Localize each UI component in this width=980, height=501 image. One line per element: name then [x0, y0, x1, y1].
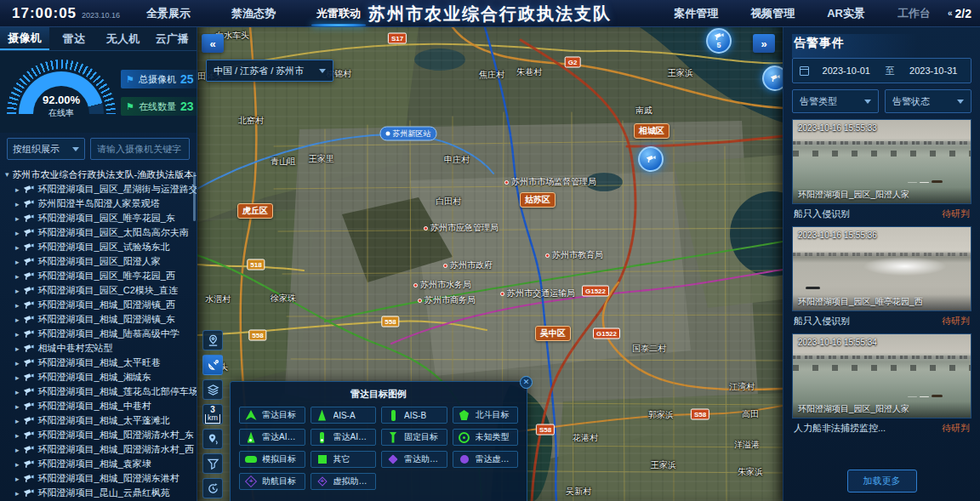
- camera-icon: [23, 286, 35, 295]
- legend-item[interactable]: 雷达虚拟助航...: [453, 451, 519, 468]
- collapse-right-panel-button[interactable]: »: [753, 34, 775, 53]
- tree-root-node[interactable]: 苏州市农业综合行政执法支队-渔政执法版本-1.0: [5, 167, 197, 182]
- camera-tree-item[interactable]: 环阳澄湖项目_相城_莲花岛北部停车场: [5, 384, 197, 399]
- radar-linkage-button[interactable]: [202, 355, 223, 375]
- camera-tree-item[interactable]: 环阳澄湖项目_园区_太阳岛高尔夫南: [5, 225, 197, 240]
- camera-icon: [23, 474, 35, 483]
- road-number-badge: G2: [565, 57, 581, 68]
- map-place-label: 王家浜: [668, 67, 693, 79]
- header-nav-item[interactable]: 工作台: [896, 1, 932, 26]
- tree-scrollbar[interactable]: [193, 172, 196, 221]
- camera-tree-item[interactable]: 环阳澄湖项目_相城_太平蓬滩北: [5, 413, 197, 428]
- camera-tree-item[interactable]: 环阳澄湖项目_园区_阳澄人家: [5, 254, 197, 269]
- camera-icon: [23, 329, 35, 339]
- page-switcher[interactable]: « 2/2: [948, 7, 971, 20]
- close-icon[interactable]: ✕: [520, 376, 533, 389]
- legend-item[interactable]: 北斗目标: [453, 407, 519, 424]
- camera-tree-item[interactable]: 环阳澄湖项目_相城_袁家埭: [5, 457, 197, 471]
- legend-item[interactable]: AIS-A: [311, 407, 377, 424]
- alarm-snapshot[interactable]: 2023-10-16 15:55:33 环阳澄湖项目_园区_阳澄人家: [792, 119, 971, 204]
- scale-unit: km: [205, 414, 220, 424]
- camera-tree-item[interactable]: 环阳澄湖项目_相城_中巷村: [5, 399, 197, 413]
- alarm-snapshot[interactable]: 2023-10-16 15:55:34 环阳澄湖项目_园区_阳澄人家: [792, 333, 971, 418]
- header-nav-item[interactable]: 案件管理: [672, 1, 720, 26]
- device-tabs: 摄像机 雷达 无人机 云广播: [0, 27, 197, 51]
- camera-tree-item[interactable]: 苏州阳澄半岛阳澄人家景观塔: [5, 196, 197, 211]
- map-poi-label: 苏州市政府: [443, 259, 493, 271]
- device-tab[interactable]: 无人机: [99, 27, 148, 50]
- alarm-filter-select[interactable]: 告警类型: [792, 89, 879, 113]
- camera-tree-item[interactable]: 环阳澄湖项目_昆山_云鼎红枫苑: [5, 486, 197, 500]
- legend-item[interactable]: 雷达助航目标: [381, 451, 447, 468]
- camera-cluster-marker[interactable]: 5: [706, 28, 732, 54]
- map-viewport[interactable]: 白水车头 田钵头 横锦村 焦庄村 朱巷村 王家浜 南戚 北窑村 青山咀: [197, 27, 783, 501]
- device-tab[interactable]: 雷达: [49, 27, 99, 50]
- alarm-card[interactable]: 2023-10-16 15:55:36 环阳澄湖项目_园区_唯亭花园_西 船只入…: [792, 226, 971, 327]
- camera-tree-item[interactable]: 环阳澄湖项目_相城_阳澄湖清水村_东: [5, 428, 197, 442]
- camera-tree-item[interactable]: 环阳澄湖项目_相城_陆慕高级中学: [5, 327, 197, 341]
- header-nav-item[interactable]: 全景展示: [145, 1, 192, 26]
- header-nav-item[interactable]: 禁渔态势: [230, 1, 277, 26]
- camera-search-input[interactable]: [90, 138, 190, 160]
- map-place-label: 申庄村: [444, 154, 470, 166]
- alarm-timestamp: 2023-10-16 15:55:33: [798, 123, 877, 133]
- camera-tree-item[interactable]: 环阳澄湖项目_园区_星湖街与运澄路交界口: [5, 182, 197, 196]
- legend-item[interactable]: 虚拟助航目标: [311, 473, 377, 490]
- camera-tree-item[interactable]: 环阳澄湖项目_园区_试验场东北: [5, 240, 197, 254]
- poi-dot-icon: [443, 264, 447, 268]
- camera-icon: [23, 445, 35, 454]
- camera-cluster-marker[interactable]: [638, 146, 664, 172]
- camera-cluster-marker[interactable]: [762, 65, 783, 91]
- load-more-button[interactable]: 加载更多: [847, 470, 917, 492]
- map-place-label: 水洇村: [205, 293, 231, 305]
- map-place-label: 花港村: [573, 432, 598, 444]
- camera-icon: [770, 74, 781, 83]
- alarm-card[interactable]: 2023-10-16 15:55:33 环阳澄湖项目_园区_阳澄人家 船只入侵识…: [792, 119, 971, 220]
- device-tab[interactable]: 摄像机: [0, 27, 49, 50]
- camera-tree-item[interactable]: 环阳澄湖项目_园区_唯亭花园_西: [5, 269, 197, 283]
- camera-tree-item[interactable]: 环阳澄湖项目_相城_阳澄湖清水村_西: [5, 442, 197, 457]
- camera-tree-item[interactable]: 相城中巷村宏站型: [5, 341, 197, 356]
- camera-tree-item[interactable]: 环阳澄湖项目_相城_阳澄湖东港村: [5, 471, 197, 486]
- legend-symbol-icon: [459, 432, 470, 443]
- alarm-card[interactable]: 2023-10-16 15:55:34 环阳澄湖项目_园区_阳澄人家 人力船非法…: [792, 333, 971, 435]
- refresh-history-button[interactable]: [202, 478, 223, 498]
- camera-icon: [23, 344, 35, 353]
- camera-tree-item[interactable]: 环阳澄湖项目_相城_太平旺巷: [5, 356, 197, 370]
- camera-tree-item[interactable]: 环阳澄湖项目_相城_阳澄湖镇_西: [5, 298, 197, 312]
- filter-button[interactable]: [202, 453, 223, 474]
- camera-tree-item[interactable]: 环阳澄湖项目_相城_阳澄湖镇_东: [5, 312, 197, 327]
- header-nav-item[interactable]: 光雷联动: [315, 1, 362, 26]
- camera-tree-item[interactable]: 环阳澄湖项目_相城_湘城东: [5, 370, 197, 384]
- alarm-filter-select[interactable]: 告警状态: [885, 89, 971, 113]
- camera-icon: [23, 387, 35, 396]
- legend-item[interactable]: 雷达AIS-B: [311, 429, 377, 446]
- legend-item[interactable]: 雷达目标: [239, 407, 305, 424]
- map-place-label: 郭家浜: [648, 409, 674, 421]
- alarm-snapshot[interactable]: 2023-10-16 15:55:36 环阳澄湖项目_园区_唯亭花园_西: [792, 226, 971, 311]
- legend-item[interactable]: 助航目标: [239, 473, 305, 490]
- region-select[interactable]: 中国 / 江苏省 / 苏州市: [206, 60, 333, 82]
- legend-item[interactable]: AIS-B: [381, 407, 447, 424]
- district-badge: 姑苏区: [520, 192, 556, 208]
- legend-item[interactable]: 未知类型: [453, 429, 519, 446]
- legend-item[interactable]: 模拟目标: [239, 451, 305, 468]
- date-range-picker[interactable]: 2023-10-01 至 2023-10-31: [792, 58, 971, 83]
- map-place-label: 吴新村: [566, 486, 591, 498]
- poi-pin-button[interactable]: [202, 429, 223, 449]
- header-nav-item[interactable]: 视频管理: [749, 1, 796, 26]
- group-display-select[interactable]: 按组织展示: [7, 138, 85, 160]
- collapse-left-panel-button[interactable]: «: [202, 34, 224, 53]
- camera-tree-item[interactable]: 环阳澄湖项目_园区_C2模块_直连: [5, 283, 197, 298]
- header-nav-item[interactable]: AR实景: [825, 1, 867, 26]
- alarm-type: 船只入侵识别: [794, 208, 850, 220]
- device-tab[interactable]: 云广播: [147, 27, 197, 50]
- legend-item[interactable]: 其它: [311, 451, 377, 468]
- locate-button[interactable]: [202, 330, 223, 350]
- camera-tree-item[interactable]: 环阳澄湖项目_园区_唯亭花园_东: [5, 211, 197, 225]
- legend-symbol-icon: [387, 454, 399, 465]
- legend-item[interactable]: 固定目标: [381, 429, 447, 446]
- legend-item[interactable]: 雷达AIS-A: [239, 429, 305, 446]
- layers-button[interactable]: [202, 379, 223, 400]
- map-scale-control[interactable]: 3 km: [202, 404, 223, 424]
